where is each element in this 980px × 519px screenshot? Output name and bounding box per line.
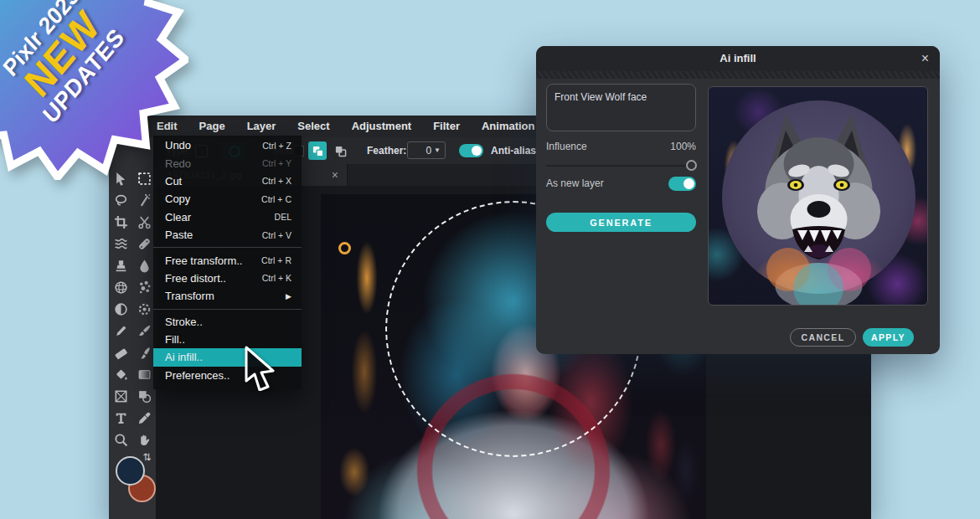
tool-gradient-icon[interactable] bbox=[132, 363, 156, 385]
as-new-layer-toggle[interactable] bbox=[668, 177, 696, 191]
tool-pencil-icon[interactable] bbox=[109, 320, 132, 342]
menu-item-shortcut: Ctrl + X bbox=[262, 176, 291, 186]
antialias-label: Anti-alias bbox=[491, 137, 536, 164]
tool-adjust-icon[interactable] bbox=[132, 298, 156, 320]
menu-item-label: Free transform.. bbox=[165, 254, 261, 267]
slider-track bbox=[546, 165, 696, 167]
menu-item-label: Fill.. bbox=[165, 333, 291, 346]
apply-button[interactable]: APPLY bbox=[863, 328, 914, 347]
neon-ring-detail bbox=[338, 242, 351, 254]
tool-clone-icon[interactable] bbox=[109, 254, 132, 276]
tool-shape-icon[interactable] bbox=[132, 385, 156, 407]
menu-item-shortcut: Ctrl + Y bbox=[262, 158, 291, 168]
tool-drop-icon[interactable] bbox=[132, 254, 156, 276]
feather-label: Feather: bbox=[367, 137, 406, 164]
tool-heal-icon[interactable] bbox=[132, 233, 156, 254]
menu-item-label: Paste bbox=[165, 229, 262, 241]
menu-item-shortcut: Ctrl + C bbox=[261, 194, 291, 204]
selection-add-button[interactable] bbox=[308, 141, 327, 160]
menu-item-copy[interactable]: CopyCtrl + C bbox=[153, 190, 302, 208]
menu-item-label: Copy bbox=[165, 193, 261, 205]
menu-item-shortcut: DEL bbox=[275, 212, 291, 222]
color-swatches: ⇄ bbox=[109, 451, 156, 510]
dialog-title: Ai infill bbox=[536, 46, 940, 71]
dialog-close-icon[interactable]: × bbox=[921, 46, 929, 71]
tool-brush-icon[interactable] bbox=[132, 320, 156, 342]
swap-colors-icon[interactable]: ⇄ bbox=[142, 453, 153, 461]
subtract-selection-icon bbox=[334, 145, 347, 157]
dialog-drag-texture bbox=[536, 71, 940, 79]
wolf-illustration bbox=[709, 87, 928, 306]
slider-handle[interactable] bbox=[686, 160, 697, 171]
tool-fill-icon[interactable] bbox=[109, 363, 132, 385]
prompt-textarea[interactable]: Front View Wolf face bbox=[546, 84, 696, 131]
tool-sidebar: ⇄ bbox=[109, 137, 156, 519]
menu-item-paste[interactable]: PasteCtrl + V bbox=[153, 226, 302, 244]
result-preview bbox=[708, 86, 928, 306]
menu-item-shortcut: Ctrl + Z bbox=[262, 141, 291, 151]
antialias-toggle[interactable] bbox=[459, 144, 483, 157]
tool-text-icon[interactable] bbox=[109, 407, 132, 429]
menu-item-free-transform[interactable]: Free transform..Ctrl + R bbox=[153, 251, 302, 269]
menubar-item-select[interactable]: Select bbox=[286, 116, 340, 137]
menubar-item-animation[interactable]: Animation bbox=[471, 116, 546, 137]
menubar-item-adjustment[interactable]: Adjustment bbox=[341, 116, 423, 137]
menu-item-shortcut: Ctrl + K bbox=[262, 273, 291, 283]
menu-item-transform[interactable]: Transform▶ bbox=[153, 287, 302, 305]
menu-item-label: Stroke.. bbox=[165, 316, 291, 328]
cancel-button[interactable]: CANCEL bbox=[790, 328, 856, 347]
tool-pixelate-icon[interactable] bbox=[132, 276, 156, 298]
menubar-item-filter[interactable]: Filter bbox=[422, 116, 471, 137]
selection-subtract-button[interactable] bbox=[331, 141, 349, 160]
add-selection-icon bbox=[312, 145, 324, 157]
tool-picker-icon[interactable] bbox=[132, 407, 156, 429]
menubar-item-page[interactable]: Page bbox=[188, 116, 236, 137]
promo-badge: Pixlr 2023 NEW UPDATES bbox=[0, 0, 188, 180]
toggle-knob bbox=[472, 146, 482, 156]
influence-row: Influence 100% bbox=[546, 141, 696, 152]
menu-item-stroke[interactable]: Stroke.. bbox=[153, 313, 302, 331]
tool-cutout-icon[interactable] bbox=[132, 211, 156, 233]
tool-crop-icon[interactable] bbox=[109, 211, 132, 233]
as-new-layer-row: As new layer bbox=[546, 176, 696, 191]
menubar-item-layer[interactable]: Layer bbox=[236, 116, 287, 137]
menu-item-free-distort[interactable]: Free distort..Ctrl + K bbox=[153, 270, 302, 287]
tool-sphere-icon[interactable] bbox=[109, 276, 132, 298]
as-new-layer-label: As new layer bbox=[546, 177, 604, 189]
tab-close-icon[interactable]: × bbox=[323, 168, 347, 182]
tool-eraser-icon[interactable] bbox=[109, 342, 132, 363]
toggle-knob bbox=[683, 178, 694, 189]
menu-item-label: Clear bbox=[165, 211, 275, 224]
menu-item-shortcut: Ctrl + V bbox=[262, 230, 291, 240]
tool-zoom-icon[interactable] bbox=[109, 429, 132, 450]
caret-down-icon: ▼ bbox=[434, 146, 441, 154]
tool-lasso-icon[interactable] bbox=[109, 189, 132, 211]
menu-item-shortcut: Ctrl + R bbox=[261, 255, 291, 265]
ai-infill-dialog: Ai infill × Front View Wolf face Influen… bbox=[536, 46, 940, 354]
tool-smudge-icon[interactable] bbox=[132, 342, 156, 363]
feather-input[interactable] bbox=[415, 145, 431, 157]
primary-color-swatch[interactable] bbox=[116, 456, 145, 486]
tool-frame-icon[interactable] bbox=[109, 385, 132, 407]
submenu-arrow-icon: ▶ bbox=[286, 292, 291, 301]
pixlr-promo-screenshot: EditPageLayerSelectAdjustmentFilterAnima… bbox=[0, 0, 980, 519]
tool-dodge-icon[interactable] bbox=[109, 298, 132, 320]
dialog-titlebar[interactable]: Ai infill × bbox=[536, 46, 940, 71]
influence-slider[interactable] bbox=[546, 160, 696, 172]
feather-input-box[interactable]: ▼ bbox=[407, 141, 446, 159]
menu-item-label: Free distort.. bbox=[165, 272, 262, 285]
menu-item-clear[interactable]: ClearDEL bbox=[153, 208, 302, 226]
generate-button[interactable]: GENERATE bbox=[546, 213, 696, 232]
menu-item-label: Transform bbox=[165, 290, 286, 302]
menu-divider bbox=[153, 309, 302, 310]
mouse-cursor-icon bbox=[245, 346, 283, 391]
influence-label: Influence bbox=[546, 141, 587, 152]
tool-hand-icon[interactable] bbox=[132, 429, 156, 450]
tool-liquify-icon[interactable] bbox=[109, 233, 132, 254]
influence-value: 100% bbox=[670, 141, 696, 152]
tool-wand-icon[interactable] bbox=[132, 189, 156, 211]
menu-divider bbox=[153, 247, 302, 248]
